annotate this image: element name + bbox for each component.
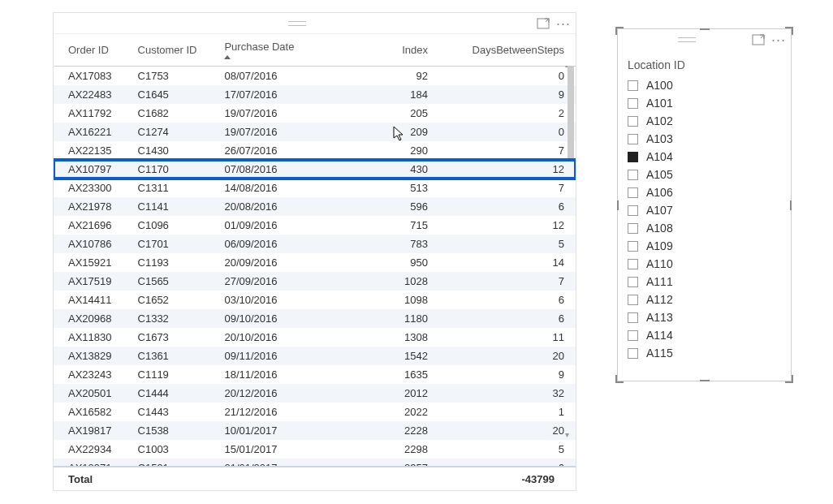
cell-order-id: AX17519 (54, 272, 133, 291)
drag-grip-icon[interactable] (58, 21, 537, 26)
cell-order-id: AX14411 (54, 291, 133, 309)
table-row[interactable]: AX17519C156527/09/201610287 (54, 272, 576, 291)
scroll-down-icon[interactable]: ▾ (565, 430, 573, 438)
table-row[interactable]: AX21696C109601/09/201671512 (54, 216, 576, 235)
table-row[interactable]: AX15921C119320/09/201695014 (54, 253, 576, 272)
slicer-item-label: A113 (646, 311, 673, 324)
slicer-item-label: A102 (646, 114, 673, 127)
drag-grip-icon[interactable] (623, 37, 752, 42)
cell-order-id: AX22934 (54, 440, 133, 459)
slicer-item-label: A108 (646, 222, 673, 235)
table-row[interactable]: AX11830C167320/10/2016130811 (54, 328, 576, 347)
checkbox-icon[interactable] (628, 116, 638, 127)
table-row[interactable]: AX16221C127419/07/20162090 (54, 123, 576, 141)
checkbox-icon[interactable] (628, 259, 638, 269)
resize-handle-b[interactable] (700, 380, 710, 381)
resize-handle-tl[interactable] (615, 27, 625, 37)
slicer-item[interactable]: A111 (624, 273, 784, 291)
more-options-icon[interactable]: ··· (556, 19, 571, 28)
slicer-item[interactable]: A101 (624, 94, 784, 112)
table-row[interactable]: AX11792C168219/07/20162052 (54, 104, 576, 123)
col-header-order-id[interactable]: Order ID (54, 34, 133, 67)
table-row[interactable]: AX22934C100315/01/201722985 (54, 440, 576, 459)
checkbox-icon[interactable] (628, 152, 638, 162)
checkbox-icon[interactable] (628, 330, 638, 341)
cell-index: 2298 (327, 440, 439, 459)
slicer-item[interactable]: A110 (624, 255, 784, 273)
cell-customer-id: C1311 (133, 179, 220, 197)
checkbox-icon[interactable] (628, 312, 638, 323)
cell-customer-id: C1003 (133, 440, 220, 459)
focus-mode-icon[interactable] (537, 18, 550, 29)
scrollbar-track[interactable] (568, 58, 574, 463)
checkbox-icon[interactable] (628, 187, 638, 198)
slicer-item[interactable]: A114 (624, 326, 784, 344)
slicer-item[interactable]: A100 (624, 76, 784, 94)
cell-order-id: AX21978 (54, 197, 133, 216)
table-row[interactable]: AX21978C114120/08/20165966 (54, 197, 576, 216)
table-row[interactable]: AX10797C117007/08/201643012 (54, 160, 576, 179)
table-row[interactable]: AX20968C133209/10/201611806 (54, 309, 576, 328)
slicer-visual-header: ··· (618, 29, 791, 50)
slicer-item-label: A115 (646, 347, 673, 360)
cell-purchase-date: 20/09/2016 (219, 253, 326, 272)
table-row[interactable]: AX22483C164517/07/20161849 (54, 85, 576, 104)
table-row[interactable]: AX12971C159121/01/201723576 (54, 459, 576, 466)
slicer-item-label: A105 (646, 168, 673, 181)
col-header-index[interactable]: Index (327, 34, 439, 67)
slicer-item[interactable]: A115 (624, 344, 784, 362)
slicer-item[interactable]: A105 (624, 166, 784, 183)
checkbox-icon[interactable] (628, 241, 638, 252)
col-header-purchase-date-label: Purchase Date (224, 41, 294, 53)
slicer-item[interactable]: A102 (624, 112, 784, 130)
table-row[interactable]: AX20501C144420/12/2016201232 (54, 384, 576, 403)
cell-order-id: AX17083 (54, 67, 133, 86)
cell-days-between: 5 (439, 440, 576, 459)
slicer-item[interactable]: A104 (624, 148, 784, 166)
checkbox-icon[interactable] (628, 170, 638, 180)
resize-handle-tr[interactable] (783, 27, 793, 37)
slicer-item[interactable]: A113 (624, 308, 784, 326)
checkbox-icon[interactable] (628, 223, 638, 234)
col-header-customer-id[interactable]: Customer ID (133, 34, 220, 67)
col-header-days-between[interactable]: DaysBetweenSteps (439, 34, 576, 67)
slicer-item[interactable]: A108 (624, 219, 784, 237)
table-row[interactable]: AX16582C144321/12/201620221 (54, 403, 576, 421)
focus-mode-icon[interactable] (752, 34, 765, 45)
checkbox-icon[interactable] (628, 277, 638, 287)
checkbox-icon[interactable] (628, 348, 638, 359)
slicer-visual[interactable]: ··· Location ID A100A101A102A103A104A105… (617, 28, 792, 381)
table-row[interactable]: AX14411C165203/10/201610986 (54, 291, 576, 309)
col-header-purchase-date[interactable]: Purchase Date (219, 34, 326, 67)
checkbox-icon[interactable] (628, 98, 638, 109)
slicer-item[interactable]: A106 (624, 183, 784, 201)
more-options-icon[interactable]: ··· (771, 36, 786, 44)
checkbox-icon[interactable] (628, 80, 638, 91)
table-row[interactable]: AX17083C175308/07/2016920 (54, 67, 576, 86)
cell-purchase-date: 06/09/2016 (219, 235, 326, 253)
checkbox-icon[interactable] (628, 205, 638, 216)
cell-index: 290 (327, 141, 439, 160)
cell-days-between: 12 (439, 216, 576, 235)
checkbox-icon[interactable] (628, 295, 638, 305)
cell-order-id: AX23300 (54, 179, 133, 197)
slicer-item[interactable]: A107 (624, 201, 784, 219)
table-row[interactable]: AX10786C170106/09/20167835 (54, 235, 576, 253)
resize-handle-t[interactable] (700, 28, 710, 30)
slicer-item[interactable]: A103 (624, 130, 784, 148)
cell-days-between: 7 (439, 272, 576, 291)
cell-index: 715 (327, 216, 439, 235)
cell-customer-id: C1591 (133, 459, 220, 466)
table-row[interactable]: AX23300C131114/08/20165137 (54, 179, 576, 197)
table-row[interactable]: AX19817C153810/01/2017222820 (54, 421, 576, 440)
cell-customer-id: C1682 (133, 104, 220, 123)
table-row[interactable]: AX13829C136109/11/2016154220 (54, 347, 576, 365)
cell-customer-id: C1430 (133, 141, 220, 160)
slicer-item[interactable]: A109 (624, 237, 784, 255)
cell-customer-id: C1096 (133, 216, 220, 235)
slicer-item[interactable]: A112 (624, 291, 784, 308)
table-row[interactable]: AX22135C143026/07/20162907 (54, 141, 576, 160)
table-row[interactable]: AX23243C111918/11/201616359 (54, 365, 576, 384)
checkbox-icon[interactable] (628, 134, 638, 144)
cell-purchase-date: 18/11/2016 (219, 365, 326, 384)
